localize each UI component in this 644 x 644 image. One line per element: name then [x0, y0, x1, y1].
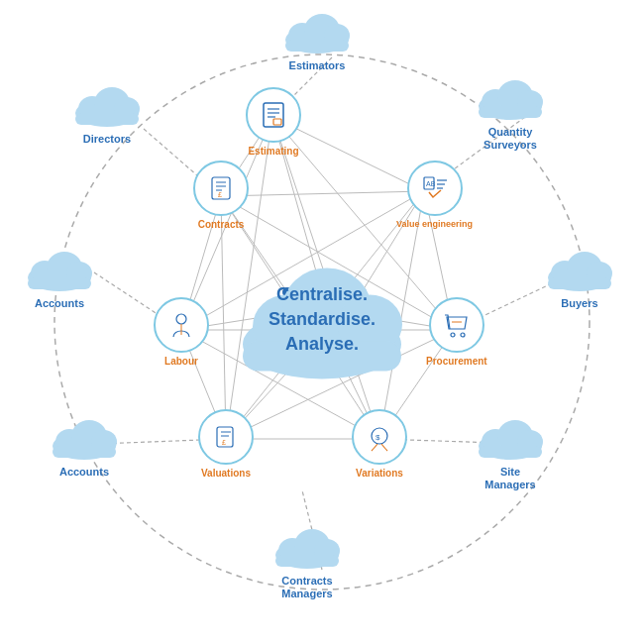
svg-line-6: [221, 117, 272, 196]
svg-point-78: [71, 420, 107, 452]
svg-line-21: [181, 196, 221, 330]
inner-procurement: Procurement: [426, 297, 487, 368]
svg-point-110: [176, 314, 186, 324]
svg-rect-106: [217, 427, 233, 447]
svg-point-77: [55, 429, 83, 455]
svg-point-74: [314, 539, 340, 563]
svg-line-45: [454, 266, 590, 330]
svg-point-76: [53, 432, 116, 460]
svg-line-48: [99, 439, 226, 444]
svg-line-7: [424, 191, 454, 330]
cloud-site-managers: Site Managers: [471, 414, 550, 491]
svg-point-79: [91, 430, 117, 454]
svg-point-67: [482, 429, 509, 455]
svg-point-53: [304, 14, 340, 46]
svg-line-44: [424, 117, 525, 191]
svg-rect-96: [424, 177, 434, 189]
svg-point-71: [275, 541, 339, 569]
svg-rect-80: [53, 446, 116, 458]
svg-point-89: [114, 97, 140, 121]
cloud-estimators: Estimators: [277, 8, 357, 72]
admin-label: Accounts: [59, 466, 109, 479]
svg-point-84: [66, 262, 92, 285]
svg-point-63: [567, 252, 602, 283]
cloud-quantity-surveyors: Quantity Surveyors: [471, 74, 550, 152]
inner-valuations: £ Valuations: [198, 409, 254, 480]
svg-point-73: [294, 529, 330, 561]
svg-point-59: [517, 90, 543, 114]
svg-point-34: [176, 325, 186, 335]
inner-variations: $ Variations: [352, 409, 407, 480]
svg-rect-65: [548, 277, 611, 289]
svg-point-104: [372, 428, 387, 444]
svg-point-58: [497, 80, 533, 112]
buyers-label: Buyers: [561, 297, 597, 310]
center-line1: Centralise.: [268, 282, 376, 307]
svg-point-54: [324, 24, 350, 48]
svg-point-72: [278, 538, 306, 564]
svg-text:$: $: [376, 433, 380, 442]
svg-rect-85: [28, 277, 91, 289]
svg-point-88: [94, 87, 130, 119]
svg-rect-91: [264, 103, 283, 127]
svg-line-46: [379, 439, 525, 444]
svg-point-31: [449, 325, 459, 335]
svg-line-49: [94, 272, 181, 330]
svg-point-81: [28, 264, 91, 291]
inner-value-engineering: AB Value engineering: [396, 161, 473, 230]
procurement-label: Procurement: [426, 356, 487, 368]
labour-label: Labour: [164, 356, 198, 368]
site-managers-label: Site Managers: [484, 466, 535, 491]
svg-rect-95: [273, 119, 281, 125]
cloud-directors: Directors: [67, 81, 147, 146]
inner-contracts: £ Contracts: [193, 161, 249, 231]
svg-point-30: [419, 186, 429, 196]
directors-label: Directors: [83, 133, 131, 146]
value-engineering-label: Value engineering: [396, 219, 473, 230]
svg-rect-55: [285, 40, 349, 52]
svg-point-57: [482, 89, 509, 115]
accounts-label: Accounts: [35, 297, 84, 310]
svg-line-47: [302, 490, 322, 570]
svg-rect-70: [479, 446, 542, 458]
svg-point-66: [479, 432, 542, 460]
svg-point-82: [31, 261, 58, 286]
svg-text:£: £: [222, 439, 226, 446]
svg-text:AB: AB: [426, 180, 436, 187]
svg-text:£: £: [218, 191, 222, 198]
svg-rect-112: [212, 177, 230, 199]
diagram-canvas: Estimators Quantity Surveyors Buye: [0, 0, 644, 644]
quantity-surveyors-label: Quantity Surveyors: [483, 126, 537, 152]
inner-labour: Labour: [154, 297, 209, 368]
svg-point-101: [451, 333, 455, 337]
svg-point-102: [461, 333, 465, 337]
svg-point-51: [285, 26, 349, 54]
inner-estimating: Estimating: [246, 87, 301, 158]
estimators-label: Estimators: [289, 59, 346, 72]
svg-point-52: [288, 23, 316, 49]
center-line2: Standardise.: [268, 308, 376, 333]
svg-point-61: [548, 264, 611, 291]
center-line3: Analyse.: [268, 333, 376, 358]
svg-point-69: [517, 430, 543, 454]
svg-point-33: [221, 434, 231, 444]
contracts-managers-label: Contracts Managers: [281, 575, 332, 600]
svg-line-1: [272, 117, 424, 191]
variations-label: Variations: [356, 468, 403, 480]
svg-rect-75: [275, 555, 339, 567]
svg-line-11: [221, 191, 424, 196]
estimating-label: Estimating: [248, 146, 298, 158]
svg-point-68: [497, 420, 533, 452]
svg-point-29: [268, 112, 277, 122]
svg-point-86: [75, 99, 139, 127]
svg-point-64: [587, 262, 612, 285]
svg-rect-90: [75, 113, 139, 125]
center-text: Centralise. Standardise. Analyse.: [268, 282, 376, 358]
svg-rect-60: [479, 106, 542, 118]
svg-point-87: [78, 96, 106, 122]
valuations-label: Valuations: [201, 468, 251, 480]
svg-point-32: [375, 434, 384, 444]
svg-point-62: [551, 261, 579, 286]
svg-line-50: [144, 129, 221, 196]
svg-point-35: [216, 191, 226, 201]
